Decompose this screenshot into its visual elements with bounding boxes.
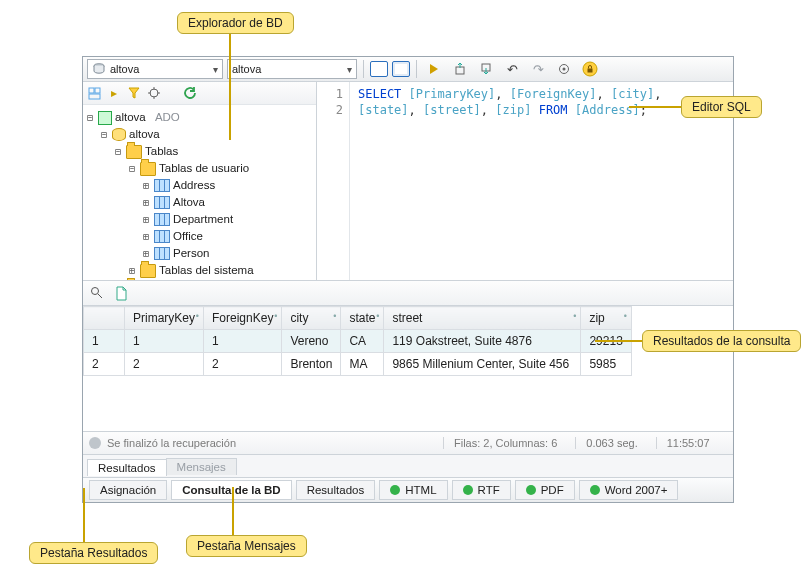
bullet-icon (390, 485, 400, 495)
col-header[interactable]: ForeignKey• (204, 307, 282, 330)
cell[interactable]: 1 (125, 330, 204, 353)
table-icon (154, 196, 170, 209)
cell[interactable]: 119 Oakstreet, Suite 4876 (384, 330, 581, 353)
tree-table-item[interactable]: Department (173, 211, 233, 228)
svg-point-4 (563, 68, 566, 71)
sql-text[interactable]: SELECT [PrimaryKey], [ForeignKey], [city… (350, 82, 733, 280)
tab-resultados-bottom[interactable]: Resultados (296, 480, 376, 500)
db-tree[interactable]: ⊟ altova ADO ⊟ altova ⊟ Tablas (83, 105, 316, 280)
twist-icon[interactable]: ⊟ (85, 109, 95, 126)
tab-mensajes[interactable]: Mensajes (166, 458, 237, 475)
redo-button[interactable]: ↷ (527, 59, 549, 79)
cell[interactable]: Vereno (282, 330, 341, 353)
tree-table-item[interactable]: Person (173, 245, 209, 262)
cell[interactable]: MA (341, 353, 384, 376)
sql-import-button[interactable] (475, 59, 497, 79)
twist-icon[interactable]: ⊟ (127, 160, 137, 177)
twist-icon[interactable]: ⊞ (141, 194, 151, 211)
svg-rect-1 (456, 67, 464, 74)
layout-icon[interactable] (87, 86, 101, 100)
execute-button[interactable] (423, 59, 445, 79)
col-header[interactable]: state• (341, 307, 384, 330)
cell[interactable]: 2 (204, 353, 282, 376)
col-header[interactable]: street• (384, 307, 581, 330)
tree-user-tables-label[interactable]: Tablas de usuario (159, 160, 249, 177)
callout-results: Resultados de la consulta (642, 330, 801, 352)
tree-table-item[interactable]: Altova (173, 194, 205, 211)
cell[interactable]: 5985 (581, 353, 631, 376)
result-tabs: Resultados Mensajes (83, 454, 733, 477)
row-header (84, 307, 125, 330)
refresh-icon[interactable] (183, 86, 197, 100)
sql-line-gutter: 1 2 (317, 82, 350, 280)
arrow-icon[interactable]: ▸ (107, 86, 121, 100)
tree-table-item[interactable]: Address (173, 177, 215, 194)
cell[interactable]: Brenton (282, 353, 341, 376)
col-header[interactable]: city• (282, 307, 341, 330)
sql-editor[interactable]: 1 2 SELECT [PrimaryKey], [ForeignKey], [… (317, 82, 733, 280)
tree-tables-label[interactable]: Tablas (145, 143, 178, 160)
table-icon (154, 179, 170, 192)
find-icon[interactable] (89, 285, 105, 301)
callout-explorer: Explorador de BD (177, 12, 294, 34)
twist-icon[interactable]: ⊞ (127, 262, 137, 279)
results-grid[interactable]: PrimaryKey• ForeignKey• city• state• str… (83, 306, 733, 431)
tab-pdf[interactable]: PDF (515, 480, 575, 500)
svg-rect-8 (95, 88, 100, 93)
cell[interactable]: 9865 Millenium Center, Suite 456 (384, 353, 581, 376)
tab-word[interactable]: Word 2007+ (579, 480, 679, 500)
col-header[interactable]: PrimaryKey• (125, 307, 204, 330)
database-icon (112, 128, 126, 141)
tab-asignacion[interactable]: Asignación (89, 480, 167, 500)
datasource-dropdown-text: altova (110, 63, 139, 75)
tree-table-item[interactable]: Office (173, 228, 203, 245)
table-row[interactable]: 1 1 1 Vereno CA 119 Oakstreet, Suite 487… (84, 330, 632, 353)
cell[interactable]: 1 (204, 330, 282, 353)
results-toolbar (83, 281, 733, 306)
explorer-toolbar: ▸ (83, 82, 316, 105)
folder-icon (126, 145, 142, 159)
status-dot-icon (89, 437, 101, 449)
cell[interactable]: CA (341, 330, 384, 353)
tree-root-label[interactable]: altova (115, 109, 146, 126)
datasource-icon (92, 62, 106, 76)
svg-point-10 (150, 89, 158, 97)
schema-dropdown[interactable]: altova (227, 59, 357, 79)
sql-export-button[interactable] (449, 59, 471, 79)
table-row[interactable]: 2 2 2 Brenton MA 9865 Millenium Center, … (84, 353, 632, 376)
bullet-icon (463, 485, 473, 495)
twist-icon[interactable]: ⊞ (141, 245, 151, 262)
col-header[interactable]: zip• (581, 307, 631, 330)
lock-button[interactable] (579, 59, 601, 79)
tree-db-label[interactable]: altova (129, 126, 160, 143)
status-time: 11:55:07 (656, 437, 710, 449)
cell[interactable]: 2 (125, 353, 204, 376)
layout-a-button[interactable] (370, 61, 388, 77)
settings-button[interactable] (553, 59, 575, 79)
layout-b-button[interactable] (392, 61, 410, 77)
filter-icon[interactable] (127, 86, 141, 100)
folder-icon (140, 162, 156, 176)
undo-button[interactable]: ↶ (501, 59, 523, 79)
db-explorer-panel: ▸ ⊟ altova (83, 82, 317, 280)
tab-resultados[interactable]: Resultados (87, 459, 167, 476)
tab-rtf[interactable]: RTF (452, 480, 511, 500)
status-rows-cols: Filas: 2, Columnas: 6 (443, 437, 557, 449)
twist-icon[interactable]: ⊟ (113, 143, 123, 160)
twist-icon[interactable]: ⊟ (99, 126, 109, 143)
twist-icon[interactable]: ⊞ (141, 228, 151, 245)
tab-html[interactable]: HTML (379, 480, 447, 500)
twist-icon[interactable]: ⊞ (141, 211, 151, 228)
schema-dropdown-text: altova (232, 63, 261, 75)
twist-icon[interactable]: ⊞ (113, 279, 123, 280)
target-icon[interactable] (147, 86, 161, 100)
datasource-dropdown[interactable]: altova (87, 59, 223, 79)
tree-system-tables-label[interactable]: Tablas del sistema (159, 262, 254, 279)
status-elapsed: 0.063 seg. (575, 437, 637, 449)
app-window: altova altova ↶ ↷ (82, 56, 734, 503)
callout-tab-results: Pestaña Resultados (29, 542, 158, 564)
twist-icon[interactable]: ⊞ (141, 177, 151, 194)
tree-triggers-label[interactable]: Disparadores (145, 279, 213, 280)
document-icon[interactable] (113, 285, 129, 301)
bullet-icon (590, 485, 600, 495)
